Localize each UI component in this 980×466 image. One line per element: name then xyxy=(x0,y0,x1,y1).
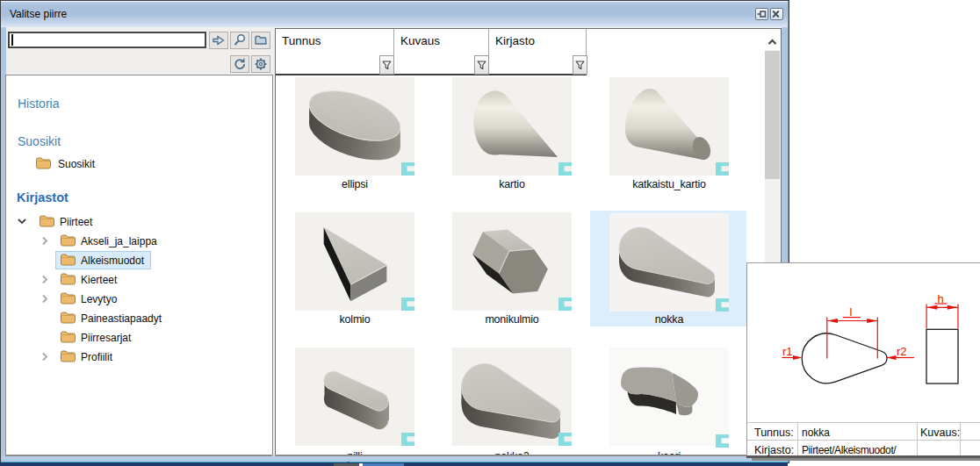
svg-text:r1: r1 xyxy=(782,345,793,358)
svg-text:r2: r2 xyxy=(897,345,907,358)
svg-text:l: l xyxy=(850,305,853,319)
svg-text:h: h xyxy=(938,292,944,305)
